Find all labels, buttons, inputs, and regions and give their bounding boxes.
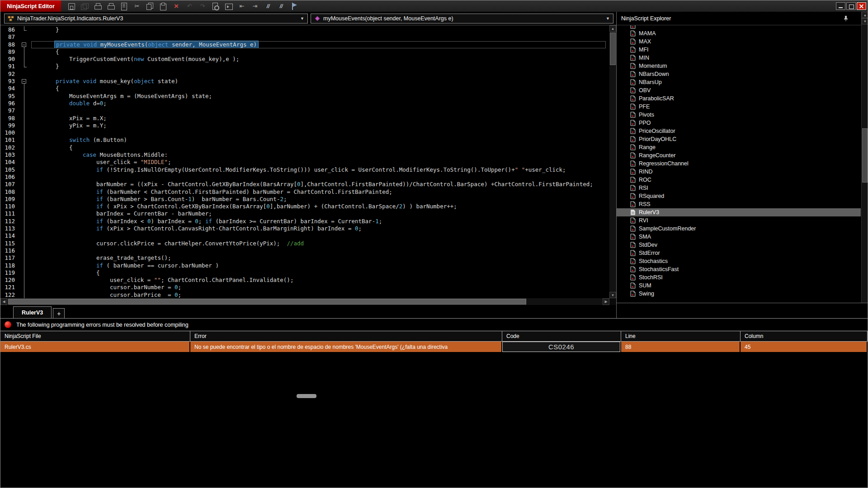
- code-line-120[interactable]: 120user_click = ""; ChartControl.ChartPa…: [0, 277, 609, 284]
- code-line-116[interactable]: 116: [0, 247, 609, 254]
- explorer-item-MAX[interactable]: MAX: [617, 38, 861, 46]
- pin-icon[interactable]: [843, 15, 849, 22]
- code-line-102[interactable]: 102{: [0, 144, 609, 151]
- error-row[interactable]: RulerV3.csNo se puede encontrar el tipo …: [0, 342, 868, 352]
- explorer-item-Stochastics[interactable]: Stochastics: [617, 257, 861, 265]
- column-header-column[interactable]: Column: [741, 331, 868, 341]
- code-line-114[interactable]: 114: [0, 232, 609, 239]
- find-icon[interactable]: [210, 1, 222, 11]
- code-line-107[interactable]: 107barNumber = ((xPix - ChartControl.Get…: [0, 181, 609, 188]
- code-line-113[interactable]: 113if (xPix > ChartControl.CanvasRight-C…: [0, 225, 609, 232]
- save-icon[interactable]: [66, 1, 77, 11]
- uncomment-icon[interactable]: //: [275, 1, 287, 11]
- editor-hscrollbar[interactable]: ◀ ▶: [0, 298, 616, 305]
- explorer-item-MIN[interactable]: MIN: [617, 54, 861, 62]
- explorer-item-Momentum[interactable]: Momentum: [617, 62, 861, 70]
- explorer-item-SUM[interactable]: SUM: [617, 282, 861, 290]
- code-line-105[interactable]: 105if (!String.IsNullOrEmpty(UserControl…: [0, 166, 609, 174]
- code-line-101[interactable]: 101switch (m.Button): [0, 136, 609, 144]
- code-line-112[interactable]: 112if (barIndex < 0) barIndex = 0; if (b…: [0, 218, 609, 225]
- explorer-item-MFI[interactable]: MFI: [617, 46, 861, 54]
- explorer-item-PFE[interactable]: PFE: [617, 103, 861, 111]
- cut-icon[interactable]: ✂: [131, 1, 143, 11]
- code-line-89[interactable]: 89{: [0, 48, 609, 56]
- scroll-down-button[interactable]: ▼: [862, 18, 868, 24]
- explorer-item-NBarsUp[interactable]: NBarsUp: [617, 78, 861, 86]
- explorer-item-SMA[interactable]: SMA: [617, 233, 861, 241]
- code-line-95[interactable]: 95MouseEventArgs m = (MouseEventArgs) st…: [0, 93, 609, 100]
- code-line-96[interactable]: 96double d=0;: [0, 100, 609, 107]
- explorer-item-RulerV3[interactable]: RulerV3: [617, 208, 861, 216]
- explorer-item-RangeCounter[interactable]: RangeCounter: [617, 151, 861, 160]
- save-all-icon[interactable]: [79, 1, 90, 11]
- page-setup-icon[interactable]: [118, 1, 130, 11]
- code-line-94[interactable]: 94{: [0, 85, 609, 92]
- copy-icon[interactable]: [144, 1, 156, 11]
- explorer-item-StochasticsFast[interactable]: StochasticsFast: [617, 265, 861, 273]
- code-line-98[interactable]: 98xPix = m.X;: [0, 115, 609, 122]
- vscroll-thumb[interactable]: [610, 33, 616, 65]
- scroll-up-button[interactable]: ▲: [609, 25, 616, 32]
- maximize-button[interactable]: [846, 2, 856, 10]
- undo-icon[interactable]: ↶: [184, 1, 195, 11]
- goto-icon[interactable]: [223, 1, 235, 11]
- code-line-117[interactable]: 117erase_trade_targets();: [0, 254, 609, 262]
- explorer-item-StochRSI[interactable]: StochRSI: [617, 273, 861, 282]
- code-line-106[interactable]: 106: [0, 174, 609, 181]
- close-button[interactable]: [857, 2, 866, 10]
- fold-collapse-icon[interactable]: −: [20, 78, 28, 85]
- comment-icon[interactable]: //: [262, 1, 274, 11]
- code-line-118[interactable]: 118if ( barNumber == cursor.barNumber ): [0, 262, 609, 269]
- list-item-partial[interactable]: [617, 25, 861, 29]
- explorer-item-NBarsDown[interactable]: NBarsDown: [617, 70, 861, 78]
- explorer-scrollbar[interactable]: ▲ ▼: [861, 12, 868, 303]
- explorer-item-PriceOscillator[interactable]: PriceOscillator: [617, 127, 861, 135]
- code-line-119[interactable]: 119{: [0, 269, 609, 277]
- fold-collapse-icon[interactable]: −: [20, 41, 28, 48]
- splitter-grip[interactable]: [297, 394, 316, 398]
- explorer-item-RSI[interactable]: RSI: [617, 184, 861, 192]
- scroll-down-button[interactable]: ▼: [609, 292, 616, 298]
- explorer-scroll-thumb[interactable]: [862, 128, 868, 183]
- explorer-item-PriorDayOHLC[interactable]: PriorDayOHLC: [617, 135, 861, 143]
- code-line-97[interactable]: 97: [0, 107, 609, 114]
- explorer-item-PPO[interactable]: PPO: [617, 119, 861, 127]
- code-line-91[interactable]: 91}: [0, 63, 609, 70]
- code-line-110[interactable]: 110if ( xPix > ChartControl.GetXByBarInd…: [0, 203, 609, 210]
- explorer-item-Range[interactable]: Range: [617, 143, 861, 151]
- column-header-ninjascript-file[interactable]: NinjaScript File: [0, 331, 190, 341]
- editor-vscrollbar[interactable]: ▲ ▼: [609, 25, 616, 298]
- explorer-item-RSquared[interactable]: RSquared: [617, 192, 861, 200]
- tab-rulerv3[interactable]: RulerV3: [13, 306, 52, 318]
- code-line-99[interactable]: 99yPix = m.Y;: [0, 122, 609, 129]
- print-preview-icon[interactable]: [105, 1, 117, 11]
- column-header-line[interactable]: Line: [621, 331, 741, 341]
- scroll-up-button[interactable]: ▲: [862, 12, 868, 18]
- paste-icon[interactable]: [157, 1, 169, 11]
- explorer-item-Pivots[interactable]: Pivots: [617, 111, 861, 119]
- code-line-87[interactable]: 87: [0, 33, 609, 41]
- explorer-item-OBV[interactable]: OBV: [617, 86, 861, 94]
- new-tab-button[interactable]: +: [53, 308, 65, 318]
- code-line-108[interactable]: 108if (barNumber < ChartControl.FirstBar…: [0, 188, 609, 196]
- code-line-121[interactable]: 121cursor.barNumber = 0;: [0, 284, 609, 291]
- print-icon[interactable]: [92, 1, 104, 11]
- explorer-item-StdDev[interactable]: StdDev: [617, 241, 861, 249]
- code-line-115[interactable]: 115cursor.clickPrice = chartHelper.Conve…: [0, 240, 609, 247]
- explorer-item-MAMA[interactable]: MAMA: [617, 29, 861, 38]
- explorer-item-SampleCustomRender[interactable]: SampleCustomRender: [617, 225, 861, 233]
- hscroll-thumb[interactable]: [8, 299, 526, 305]
- outdent-icon[interactable]: ⇤: [236, 1, 248, 11]
- code-line-109[interactable]: 109if (barNumber > Bars.Count-1) barNumb…: [0, 196, 609, 203]
- code-line-100[interactable]: 100: [0, 129, 609, 136]
- explorer-item-RIND[interactable]: RIND: [617, 168, 861, 176]
- code-line-92[interactable]: 92: [0, 70, 609, 78]
- code-line-103[interactable]: 103case MouseButtons.Middle:: [0, 151, 609, 159]
- explorer-item-ROC[interactable]: ROC: [617, 176, 861, 184]
- explorer-item-RVI[interactable]: RVI: [617, 216, 861, 225]
- explorer-item-StdError[interactable]: StdError: [617, 249, 861, 257]
- explorer-item-ParabolicSAR[interactable]: ParabolicSAR: [617, 94, 861, 103]
- explorer-item-RegressionChannel[interactable]: RegressionChannel: [617, 160, 861, 168]
- code-line-88[interactable]: 88−private void myMouseEvents(object sen…: [0, 41, 609, 48]
- compile-icon[interactable]: [288, 1, 300, 11]
